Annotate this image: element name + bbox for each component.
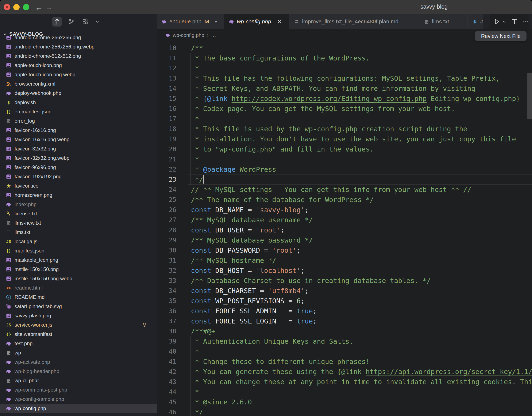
list-item[interactable]: llms.txt <box>0 227 157 237</box>
code-line[interactable]: 24// ** MySQL settings - You can get thi… <box>157 185 532 195</box>
tab-wp-config-php[interactable]: wp-config.php✕ <box>224 14 289 29</box>
list-item[interactable]: index.php <box>0 200 157 209</box>
run-dropdown-chevron-icon[interactable] <box>502 20 506 24</box>
list-item[interactable]: JSservice-worker.jsM <box>0 320 157 330</box>
code-line[interactable]: 15 * {@link http://codex.wordpress.org/E… <box>157 94 532 104</box>
list-item[interactable]: wp-config.php <box>0 404 157 413</box>
code-line[interactable]: 30const DB_PASSWORD = 'root'; <box>157 245 532 255</box>
code-line[interactable]: 12 * <box>157 63 532 73</box>
tab-enqueue-php[interactable]: enqueue.phpM● <box>157 14 224 29</box>
breadcrumb-more[interactable]: … <box>211 32 216 38</box>
unsaved-dot-icon[interactable]: ● <box>215 19 217 24</box>
code-line[interactable]: 31/** MySQL hostname */ <box>157 255 532 265</box>
code-line[interactable]: 33/** Database Charset to use in creatin… <box>157 276 532 286</box>
list-item[interactable]: favicon-16x16.png.webp <box>0 135 157 144</box>
tab--s[interactable]: # S <box>467 14 483 29</box>
tab-improve-llms-txt-file-4ec6480f-plan-md[interactable]: improve_llms.txt_file_4ec6480f.plan.md <box>289 14 419 29</box>
code-line[interactable]: 43 * You can change these at any point i… <box>157 377 532 387</box>
code-line[interactable]: 38/**#@+ <box>157 326 532 336</box>
code-line[interactable]: 36const FORCE_SSL_ADMIN = true; <box>157 306 532 316</box>
code-line[interactable]: 21 * <box>157 154 532 164</box>
list-item[interactable]: mstile-150x150.png <box>0 265 157 274</box>
code-line[interactable]: 39 * Authentication Unique Keys and Salt… <box>157 336 532 346</box>
code-line[interactable]: 44 * <box>157 387 532 397</box>
list-item[interactable]: {}site.webmanifest <box>0 330 157 339</box>
close-icon[interactable]: ✕ <box>277 18 282 25</box>
breadcrumb-file[interactable]: wp-config.php <box>173 32 204 38</box>
list-item[interactable]: favicon-32x32.png <box>0 144 157 153</box>
list-item[interactable]: apple-touch-icon.png <box>0 61 157 70</box>
list-item[interactable]: favicon-192x192.png <box>0 172 157 181</box>
chevron-down-icon[interactable] <box>95 19 100 24</box>
code-line[interactable]: 34const DB_CHARSET = 'utf8mb4'; <box>157 286 532 296</box>
list-item[interactable]: mstile-150x150.png.webp <box>0 274 157 283</box>
code-line[interactable]: 16 * Codex page. You can get the MySQL s… <box>157 104 532 114</box>
list-item[interactable]: {}en.manifest.json <box>0 107 157 116</box>
close-window-button[interactable] <box>4 4 10 10</box>
list-item[interactable]: test.php <box>0 339 157 348</box>
code-line[interactable]: 22 * @package WordPress <box>157 164 532 174</box>
minimize-window-button[interactable] <box>13 4 20 10</box>
list-item[interactable]: favicon-96x96.png <box>0 163 157 172</box>
list-item[interactable]: favicon-16x16.png <box>0 126 157 135</box>
list-item[interactable]: wp-comments-post.php <box>0 385 157 395</box>
list-item[interactable]: wp-blog-header.php <box>0 367 157 376</box>
code-line[interactable]: 42 * You can generate these using the {@… <box>157 367 532 377</box>
list-item[interactable]: apple-touch-icon.png.webp <box>0 70 157 79</box>
list-item[interactable]: wp <box>0 348 157 357</box>
list-item[interactable]: android-chrome-256x256.png <box>0 36 157 42</box>
more-actions-icon[interactable] <box>523 19 529 25</box>
list-item[interactable]: {}manifest.json <box>0 246 157 255</box>
list-item[interactable]: JSlocal-ga.js <box>0 237 157 246</box>
code-line[interactable]: 13 * This file has the following configu… <box>157 73 532 84</box>
list-item[interactable]: <>readme.html <box>0 283 157 293</box>
forward-arrow-icon[interactable]: → <box>45 3 53 12</box>
list-item[interactable]: llms-new.txt <box>0 218 157 227</box>
code-line[interactable]: 20 * to "wp-config.php" and fill in the … <box>157 144 532 154</box>
code-line[interactable]: 25/** The name of the database for WordP… <box>157 195 532 205</box>
review-next-file-button[interactable]: Review Next File <box>475 31 527 41</box>
list-item[interactable]: maskable_icon.png <box>0 255 157 265</box>
extensions-icon[interactable] <box>80 17 90 27</box>
code-line[interactable]: 45 * @since 2.6.0 <box>157 397 532 407</box>
code-line[interactable]: 11 * The base configurations of the Word… <box>157 53 532 63</box>
explorer-files-icon[interactable] <box>52 17 62 27</box>
code-line[interactable]: 27/** MySQL database username */ <box>157 215 532 225</box>
list-item[interactable]: README.md <box>0 293 157 302</box>
list-item[interactable]: browserconfig.xml <box>0 79 157 88</box>
code-line[interactable]: 23 */ <box>157 174 532 185</box>
list-item[interactable]: wp-cli.phar <box>0 376 157 385</box>
list-item[interactable] <box>0 413 157 416</box>
run-icon[interactable] <box>494 19 500 25</box>
list-item[interactable]: favicon-32x32.png.webp <box>0 153 157 163</box>
code-line[interactable]: 26const DB_NAME = 'savvy-blog'; <box>157 205 532 215</box>
list-item[interactable]: license.txt <box>0 209 157 218</box>
code-line[interactable]: 18 * This file is used by the wp-config.… <box>157 124 532 134</box>
code-line[interactable]: 37const FORCE_SSL_LOGIN = true; <box>157 316 532 326</box>
code-line[interactable]: 41 * Change these to different unique ph… <box>157 357 532 367</box>
tab-llms-txt[interactable]: llms.txt <box>419 14 467 29</box>
list-item[interactable]: $deploy.sh <box>0 98 157 107</box>
vertical-scrollbar[interactable] <box>527 73 532 119</box>
list-item[interactable]: safari-pinned-tab.svg <box>0 302 157 311</box>
code-line[interactable]: 46 */ <box>157 407 532 416</box>
code-line[interactable]: 10/** <box>157 43 532 53</box>
zoom-window-button[interactable] <box>23 4 29 10</box>
code-line[interactable]: 35const WP_POST_REVISIONS = 6; <box>157 296 532 306</box>
list-item[interactable]: savvy-plash.png <box>0 311 157 320</box>
source-control-icon[interactable] <box>67 17 76 27</box>
code-editor[interactable]: 10/**11 * The base configurations of the… <box>157 41 532 416</box>
code-line[interactable]: 40 * <box>157 346 532 357</box>
code-line[interactable]: 32const DB_HOST = 'localhost'; <box>157 265 532 276</box>
code-line[interactable]: 28const DB_USER = 'root'; <box>157 225 532 235</box>
list-item[interactable]: wp-config-sample.php <box>0 395 157 404</box>
list-item[interactable]: homescreen.png <box>0 190 157 200</box>
list-item[interactable]: wp-activate.php <box>0 357 157 367</box>
code-line[interactable]: 29/** MySQL database password */ <box>157 235 532 245</box>
list-item[interactable]: deploy-webhook.php <box>0 88 157 98</box>
list-item[interactable]: android-chrome-256x256.png.webp <box>0 42 157 51</box>
list-item[interactable]: error_log <box>0 116 157 126</box>
code-line[interactable]: 19 * installation. You don't have to use… <box>157 134 532 144</box>
code-line[interactable]: 14 * Secret Keys, and ABSPATH. You can f… <box>157 84 532 94</box>
list-item[interactable]: ★favicon.ico <box>0 181 157 190</box>
